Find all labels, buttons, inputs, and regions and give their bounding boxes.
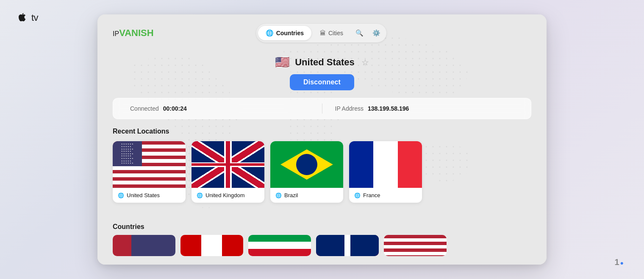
globe-icon-uk: 🌐 — [197, 193, 203, 198]
recent-locations-section: Recent Locations ★ ★ ★ ★ ★ ★★ ★ ★ ★ ★★ ★… — [97, 128, 547, 217]
flag-brazil-circle — [296, 154, 317, 175]
location-label-brazil: Brazil — [284, 192, 298, 198]
tv-label: tv — [31, 12, 38, 23]
location-name-brazil: 🌐 Brazil — [270, 188, 343, 203]
bottom-flag-us[interactable] — [113, 235, 175, 256]
building-tab-icon: 🏛 — [320, 30, 326, 36]
version-badge: 1● — [614, 257, 624, 267]
flag-france — [349, 141, 422, 188]
bottom-flag-red[interactable] — [180, 235, 243, 256]
tab-countries-label: Countries — [276, 30, 304, 36]
country-name: United States — [295, 57, 355, 68]
globe-icon-brazil: 🌐 — [275, 193, 282, 198]
search-tab-button[interactable]: 🔍 — [352, 25, 368, 41]
status-label: Connected — [130, 105, 159, 112]
location-label-france: France — [363, 192, 380, 198]
apple-tv-logo: tv — [17, 12, 38, 24]
flag-brazil-container — [270, 141, 343, 188]
app-header: IPVANISH 🌐 Countries 🏛 Cities 🔍 ⚙️ — [97, 14, 547, 49]
locations-grid: ★ ★ ★ ★ ★ ★★ ★ ★ ★ ★★ ★ ★ ★ ★ ★★ ★ ★ ★ ★… — [113, 141, 531, 203]
flag-france-red — [398, 141, 422, 188]
search-icon: 🔍 — [355, 29, 364, 37]
connection-country: 🇺🇸 United States ☆ — [275, 55, 369, 69]
location-label-uk: United Kingdom — [205, 192, 245, 198]
location-card-uk[interactable]: 🌐 United Kingdom — [192, 141, 264, 203]
version-number: 1 — [614, 257, 619, 267]
location-card-us[interactable]: ★ ★ ★ ★ ★ ★★ ★ ★ ★ ★★ ★ ★ ★ ★ ★★ ★ ★ ★ ★… — [113, 141, 186, 203]
globe-icon-france: 🌐 — [354, 193, 361, 198]
flag-brazil — [270, 141, 343, 188]
flag-brazil-diamond — [280, 149, 333, 180]
tab-navigation: 🌐 Countries 🏛 Cities 🔍 ⚙️ — [256, 24, 386, 42]
ip-label: IP Address — [335, 105, 364, 112]
connection-timer: 00:00:24 — [163, 105, 187, 112]
tab-cities-label: Cities — [328, 30, 343, 36]
flag-france-blue — [349, 141, 373, 188]
app-content: IPVANISH 🌐 Countries 🏛 Cities 🔍 ⚙️ — [97, 14, 547, 265]
favorite-button[interactable]: ☆ — [361, 57, 369, 67]
globe-icon-us: 🌐 — [118, 193, 124, 198]
location-name-uk: 🌐 United Kingdom — [192, 188, 264, 203]
location-card-brazil[interactable]: 🌐 Brazil — [270, 141, 343, 203]
info-divider — [322, 103, 322, 114]
location-name-us: 🌐 United States — [113, 188, 186, 203]
disconnect-button[interactable]: Disconnect — [290, 74, 354, 90]
location-name-france: 🌐 France — [349, 188, 422, 203]
connection-info-bar: Connected 00:00:24 IP Address 138.199.58… — [113, 98, 531, 119]
flag-uk-container — [192, 141, 264, 188]
logo-ip-text: IP — [113, 30, 119, 37]
bottom-flag-striped[interactable] — [384, 235, 447, 256]
settings-tab-button[interactable]: ⚙️ — [369, 25, 385, 41]
recent-locations-title: Recent Locations — [113, 128, 531, 135]
ipvanish-logo: IPVANISH — [113, 28, 154, 39]
bottom-flags-strip — [97, 231, 547, 256]
logo-vanish-text: VANISH — [119, 28, 154, 38]
flag-us-canton: ★ ★ ★ ★ ★ ★★ ★ ★ ★ ★★ ★ ★ ★ ★ ★★ ★ ★ ★ ★… — [113, 141, 142, 166]
location-label-us: United States — [127, 192, 160, 198]
apple-icon — [17, 12, 29, 24]
ip-address-item: IP Address 138.199.58.196 — [335, 105, 514, 112]
bottom-flag-blue-white[interactable] — [316, 235, 379, 256]
countries-section: Countries — [97, 217, 547, 231]
bottom-flag-green[interactable] — [248, 235, 311, 256]
settings-icon: ⚙️ — [372, 29, 380, 37]
flag-france-white — [373, 141, 397, 188]
countries-title: Countries — [113, 223, 531, 231]
country-flag: 🇺🇸 — [275, 55, 290, 69]
ip-value: 138.199.58.196 — [368, 105, 409, 112]
globe-tab-icon: 🌐 — [266, 29, 274, 37]
version-dot: ● — [620, 259, 624, 266]
flag-us-container: ★ ★ ★ ★ ★ ★★ ★ ★ ★ ★★ ★ ★ ★ ★ ★★ ★ ★ ★ ★… — [113, 141, 186, 188]
connection-status-item: Connected 00:00:24 — [130, 105, 309, 112]
flag-france-container — [349, 141, 422, 188]
tab-countries[interactable]: 🌐 Countries — [258, 26, 311, 40]
flag-uk — [192, 141, 264, 188]
connection-header: 🇺🇸 United States ☆ Disconnect — [97, 49, 547, 98]
flag-us: ★ ★ ★ ★ ★ ★★ ★ ★ ★ ★★ ★ ★ ★ ★ ★★ ★ ★ ★ ★… — [113, 141, 186, 188]
flag-uk-cross — [192, 141, 264, 188]
location-card-france[interactable]: 🌐 France — [349, 141, 422, 203]
app-window: IPVANISH 🌐 Countries 🏛 Cities 🔍 ⚙️ — [97, 14, 547, 265]
tab-cities[interactable]: 🏛 Cities — [312, 26, 351, 40]
